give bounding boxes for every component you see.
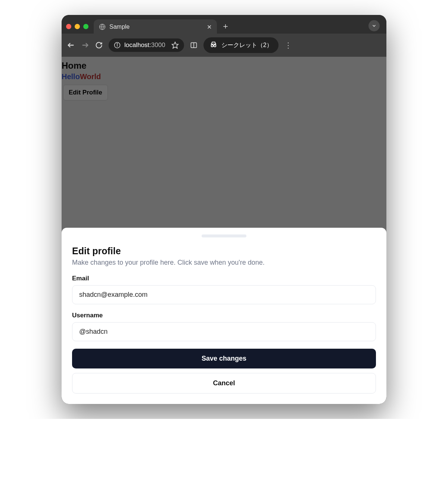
site-info-icon[interactable] xyxy=(114,42,121,49)
cancel-button[interactable]: Cancel xyxy=(72,373,376,393)
tab-overflow-button[interactable] xyxy=(368,20,380,31)
new-tab-button[interactable]: ＋ xyxy=(221,21,230,32)
minimize-window-button[interactable] xyxy=(75,24,80,29)
browser-window: Sample ✕ ＋ localhost:3000 xyxy=(62,15,386,404)
email-field[interactable] xyxy=(72,285,376,304)
forward-button[interactable] xyxy=(81,41,89,49)
drag-handle[interactable] xyxy=(202,234,246,237)
address-host: localhost:3000 xyxy=(124,41,165,49)
username-label: Username xyxy=(72,312,376,319)
browser-menu-button[interactable]: ⋮ xyxy=(284,41,293,50)
email-label: Email xyxy=(72,275,376,282)
viewport: Home HelloWorld Edit Profile Edit profil… xyxy=(62,57,386,404)
toolbar: localhost:3000 シークレット（2） ⋮ xyxy=(62,34,386,57)
tab-title: Sample xyxy=(109,24,203,30)
titlebar: Sample ✕ ＋ xyxy=(62,15,386,34)
close-window-button[interactable] xyxy=(66,24,71,29)
sheet-description: Make changes to your profile here. Click… xyxy=(72,259,376,267)
sheet-title: Edit profile xyxy=(72,246,376,256)
side-panel-icon[interactable] xyxy=(190,41,197,49)
incognito-icon xyxy=(209,40,218,50)
reload-button[interactable] xyxy=(95,41,103,49)
browser-tab[interactable]: Sample ✕ xyxy=(94,19,217,34)
svg-point-9 xyxy=(211,45,213,47)
back-button[interactable] xyxy=(67,41,75,49)
svg-point-10 xyxy=(214,45,216,47)
maximize-window-button[interactable] xyxy=(83,24,88,29)
close-tab-icon[interactable]: ✕ xyxy=(207,24,212,31)
svg-marker-6 xyxy=(172,42,178,49)
address-bar[interactable]: localhost:3000 xyxy=(109,38,184,52)
svg-point-5 xyxy=(117,44,118,44)
globe-icon xyxy=(99,24,106,30)
username-field[interactable] xyxy=(72,322,376,341)
edit-profile-sheet: Edit profile Make changes to your profil… xyxy=(62,228,386,404)
incognito-indicator[interactable]: シークレット（2） xyxy=(203,37,279,53)
traffic-lights xyxy=(66,24,88,29)
bookmark-icon[interactable] xyxy=(171,41,179,49)
save-button[interactable]: Save changes xyxy=(72,349,376,368)
incognito-label: シークレット（2） xyxy=(221,41,273,49)
